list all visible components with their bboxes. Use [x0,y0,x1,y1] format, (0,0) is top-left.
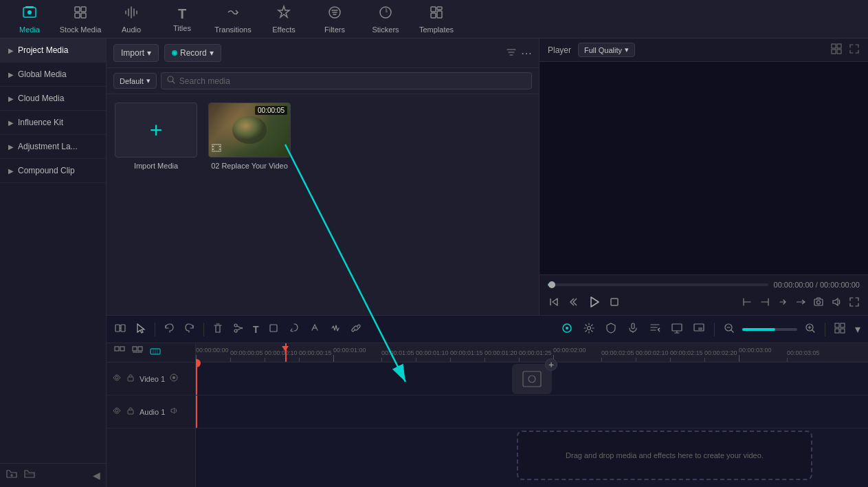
timeline-delete-icon[interactable] [210,320,226,339]
toolbar-titles[interactable]: T Titles [158,2,206,36]
tl-layout-icon[interactable] [832,321,847,338]
tl-zoom-in-icon[interactable] [803,321,818,338]
timeline-cut-icon[interactable] [230,320,247,339]
tl-pip-icon[interactable] [691,320,707,339]
toolbar-filters[interactable]: Filters [311,2,359,36]
sidebar-bottom: ◀ [0,463,106,487]
track-visible-icon[interactable] [169,373,179,385]
media-panel: Import ▾ Record ▾ ⋯ [107,39,539,315]
toolbar-effects[interactable]: Effects [260,2,308,36]
player-overwrite-icon[interactable] [795,296,806,307]
search-input-wrap [161,72,532,89]
timeline-undo-icon[interactable] [161,320,177,339]
tl-settings-icon[interactable] [581,320,597,339]
tl-zoom-out-icon[interactable] [722,321,737,338]
zoom-slider[interactable] [742,328,797,331]
search-input[interactable] [179,76,526,86]
sidebar-item-influence-kit[interactable]: ▶ Influence Kit [0,111,106,135]
audio-track-row[interactable] [196,396,868,429]
player-play-icon[interactable] [586,294,601,310]
timeline-rotate-icon[interactable] [286,320,302,339]
default-dropdown[interactable]: Default ▾ [113,73,157,89]
sidebar-item-adjustment[interactable]: ▶ Adjustment La... [0,135,106,159]
sidebar-label-cloud-media: Cloud Media [18,94,64,103]
transitions-icon [225,5,241,23]
player-go-start-icon[interactable] [548,296,560,308]
sidebar-item-global-media[interactable]: ▶ Global Media [0,63,106,87]
video-media-item[interactable]: 00:00:05 [208,102,291,170]
svg-rect-42 [841,323,845,327]
sidebar-item-compound-clip[interactable]: ▶ Compound Clip [0,159,106,183]
tl-chevron-down-icon[interactable]: ▾ [853,321,863,338]
drop-zone-border: Drag and drop media and effects here to … [517,431,812,480]
ruler-label-8: 00:00:01:20 [485,349,518,358]
tl-screen-record-icon[interactable] [669,320,685,339]
upper-content: Import ▾ Record ▾ ⋯ [107,39,868,315]
import-media-thumb: + [115,102,197,158]
toolbar-stickers[interactable]: Stickers [361,2,410,36]
player-frame-back-icon[interactable] [567,296,579,308]
playhead-audio [196,396,197,428]
tl-track-settings-icon[interactable] [130,344,145,361]
audio-track-icon1[interactable] [112,406,122,418]
timeline-audio-icon[interactable] [327,320,344,339]
player-canvas [539,62,868,274]
expand-icon[interactable] [849,43,860,57]
tl-mic-icon[interactable] [625,320,641,339]
more-options-icon[interactable]: ⋯ [521,47,532,60]
toolbar-stock-label: Stock Media [60,25,102,34]
toolbar-filters-label: Filters [324,25,345,34]
svg-rect-18 [219,146,221,147]
timeline-select-icon[interactable] [133,320,149,339]
toolbar-media[interactable]: Media [5,2,54,36]
import-button[interactable]: Import ▾ [113,44,159,62]
toolbar-templates[interactable]: Templates [412,2,460,36]
grid-view-icon[interactable] [831,43,842,57]
toolbar-stock[interactable]: Stock Media [56,2,104,36]
audio-volume-icon[interactable] [169,406,179,418]
player-mark-in-icon[interactable] [742,296,753,307]
player-header-right [831,43,860,57]
timeline-crop-icon[interactable] [265,320,282,339]
timeline-redo-icon[interactable] [181,320,198,339]
tl-mark-icon[interactable] [148,344,163,361]
folder-open-icon[interactable] [23,468,36,483]
tl-transcript-icon[interactable] [647,320,663,339]
sidebar-item-cloud-media[interactable]: ▶ Cloud Media [0,87,106,111]
track-lock-icon[interactable] [126,373,135,385]
timeline-text-icon[interactable]: T [251,322,261,337]
video-track-row[interactable]: + [196,362,868,396]
toolbar-transitions[interactable]: Transitions [209,2,257,36]
scrubber-track[interactable] [548,283,768,286]
svg-rect-21 [837,44,841,48]
tl-add-track-icon[interactable] [112,344,127,361]
sidebar-item-project-media[interactable]: ▶ Project Media [0,39,106,63]
timeline-link-icon[interactable] [348,320,364,339]
folder-new-icon[interactable] [5,468,18,483]
audio-track-icon2[interactable] [126,406,135,418]
svg-rect-31 [270,325,277,332]
track-eye-icon[interactable] [112,373,122,385]
filter-icon[interactable] [506,47,517,60]
player-insert-icon[interactable] [777,296,788,307]
import-media-item[interactable]: + Import Media [115,102,197,170]
sidebar-collapse-icon[interactable]: ◀ [93,470,100,481]
svg-rect-12 [431,13,436,18]
svg-rect-11 [437,11,442,18]
timeline-color-icon[interactable] [307,320,323,339]
quality-select[interactable]: Full Quality ▾ [578,43,635,57]
player-fullscreen-icon[interactable] [849,296,860,307]
timeline-snap-icon[interactable] [112,320,129,339]
toolbar-audio[interactable]: Audio [107,2,155,36]
record-button[interactable]: Record ▾ [164,44,221,62]
tl-scene-icon[interactable] [559,320,575,339]
player-volume-icon[interactable] [831,296,842,307]
record-chevron-icon: ▾ [210,48,214,58]
player-screenshot-icon[interactable] [813,296,824,307]
toolbar-transitions-label: Transitions [214,25,251,34]
svg-rect-25 [814,299,823,305]
player-mark-out-icon[interactable] [759,296,770,307]
import-plus-icon: + [150,118,163,143]
tl-shield-icon[interactable] [603,320,619,339]
player-stop-icon[interactable] [608,296,621,308]
